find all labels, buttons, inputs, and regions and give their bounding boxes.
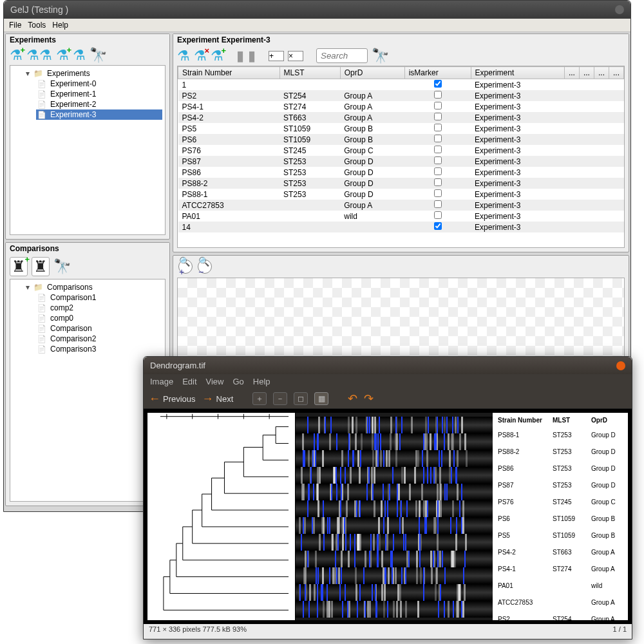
vmenu-help[interactable]: Help — [253, 377, 270, 386]
experiments-toolbar: ⚗+ ⚗⚗ ⚗+ ⚗ 🔭 — [6, 46, 169, 65]
marker-checkbox[interactable] — [434, 211, 442, 219]
marker-checkbox[interactable] — [434, 178, 442, 186]
menu-file[interactable]: File — [9, 21, 21, 30]
experiment-item[interactable]: Experiment-0 — [36, 79, 162, 89]
col-marker[interactable]: isMarker — [404, 67, 471, 79]
gray-tool1-icon[interactable]: ▮ — [236, 49, 244, 63]
vmenu-image[interactable]: Image — [150, 377, 173, 386]
add-flask-icon[interactable]: ⚗+ — [10, 48, 23, 62]
marker-checkbox[interactable] — [434, 200, 442, 208]
table-row[interactable]: PS4-2ST663Group AExperiment-3 — [178, 112, 624, 123]
viewer-titlebar[interactable]: Dendrogram.tif — [144, 357, 632, 374]
table-row[interactable]: PS86ST253Group DExperiment-3 — [178, 167, 624, 178]
rotate-right-icon[interactable]: ↷ — [364, 392, 374, 406]
gray-tool2-icon[interactable]: ▮ — [248, 49, 256, 63]
table-row[interactable]: PS6ST1059Group BExperiment-3 — [178, 134, 624, 145]
edit-flask3-icon[interactable]: ⚗ — [177, 49, 190, 63]
col-ex1[interactable]: ... — [564, 67, 579, 79]
table-row[interactable]: 1Experiment-3 — [178, 79, 624, 91]
table-row[interactable]: PS5ST1059Group BExperiment-3 — [178, 123, 624, 134]
binoculars-icon[interactable]: 🔭 — [90, 48, 107, 62]
marker-checkbox[interactable] — [434, 135, 442, 142]
zoom-in2-icon[interactable]: ＋ — [252, 392, 267, 405]
marker-checkbox[interactable] — [434, 113, 442, 120]
col-strain[interactable]: Strain Number — [178, 67, 280, 79]
menu-tools[interactable]: Tools — [28, 21, 46, 30]
vmenu-edit[interactable]: Edit — [182, 377, 196, 386]
dendrogram — [147, 413, 296, 620]
titlebar[interactable]: GelJ (Testing ) — [4, 1, 630, 19]
table-row[interactable]: PS87ST253Group DExperiment-3 — [178, 156, 624, 167]
vmenu-view[interactable]: View — [206, 377, 224, 386]
zoom-out2-icon[interactable]: － — [273, 392, 287, 405]
strain-table[interactable]: Strain Number MLST OprD isMarker Experim… — [177, 66, 625, 248]
comparison-item[interactable]: Comparison1 — [36, 292, 162, 303]
experiments-tree[interactable]: Experiments Experiment-0Experiment-1Expe… — [10, 65, 166, 235]
comparison-item[interactable]: comp0 — [36, 313, 162, 323]
table-row[interactable]: PA01wildExperiment-3 — [178, 211, 624, 222]
menu-help[interactable]: Help — [52, 21, 68, 30]
viewer-close-icon[interactable] — [616, 361, 625, 370]
col-exp[interactable]: Experiment — [471, 67, 564, 79]
table-row[interactable]: 14Experiment-3 — [178, 222, 624, 232]
col-mlst[interactable]: MLST — [279, 67, 340, 79]
add-rect-icon[interactable]: + — [269, 51, 284, 61]
add-flask3-icon[interactable]: ⚗+ — [211, 49, 223, 63]
search-input[interactable] — [316, 48, 368, 63]
experiment-item[interactable]: Experiment-2 — [36, 99, 162, 109]
col-ex2[interactable]: ... — [579, 67, 594, 79]
table-row[interactable]: PS88-2ST253Group DExperiment-3 — [178, 178, 624, 189]
add-flask2-icon[interactable]: ⚗+ — [56, 48, 69, 62]
table-row[interactable]: PS88-1ST253Group DExperiment-3 — [178, 189, 624, 200]
gel-lanes — [296, 413, 493, 620]
marker-checkbox[interactable] — [434, 146, 442, 153]
comparison-item[interactable]: Comparison2 — [36, 334, 162, 344]
comparison-item[interactable]: Comparison3 — [36, 344, 162, 354]
viewer-row: PS88-2ST253Group D — [498, 443, 623, 460]
viewer-row: PS87ST253Group D — [498, 477, 623, 493]
table-row[interactable]: PS2ST254Group AExperiment-3 — [178, 90, 624, 101]
experiment-item[interactable]: Experiment-1 — [36, 89, 162, 99]
viewer-row: PS86ST253Group D — [498, 460, 623, 477]
col-ex3[interactable]: ... — [594, 67, 609, 79]
experiments-title: Experiments — [6, 34, 169, 46]
delete-flask-icon[interactable]: ⚗× — [194, 49, 207, 63]
marker-checkbox[interactable] — [434, 156, 442, 164]
rotate-left-icon[interactable]: ↶ — [348, 392, 357, 406]
vmenu-go[interactable]: Go — [233, 377, 244, 386]
next-button[interactable]: →Next — [202, 392, 234, 406]
prev-button[interactable]: ←Previous — [149, 392, 196, 406]
fit1-icon[interactable]: ◻ — [294, 392, 308, 405]
add-dendro-icon[interactable]: ♜+ — [10, 257, 28, 276]
table-row[interactable]: PS76ST245Group CExperiment-3 — [178, 145, 624, 156]
experiments-root[interactable]: Experiments — [24, 68, 162, 79]
marker-checkbox[interactable] — [434, 167, 442, 175]
zoom-out-icon[interactable]: 🔍− — [198, 260, 212, 274]
del-rect-icon[interactable]: × — [288, 51, 303, 61]
comparisons-root[interactable]: Comparisons — [24, 282, 162, 292]
marker-checkbox[interactable] — [434, 222, 442, 230]
viewer-row: PS2ST254Group A — [498, 611, 623, 620]
experiment-item[interactable]: Experiment-3 — [36, 109, 162, 120]
col-ex4[interactable]: ... — [609, 67, 623, 79]
zoom-in-icon[interactable]: 🔍+ — [178, 260, 193, 274]
comparison-item[interactable]: comp2 — [36, 303, 162, 313]
marker-checkbox[interactable] — [434, 102, 442, 109]
comparison-item[interactable]: Comparison — [36, 323, 162, 334]
marker-checkbox[interactable] — [434, 91, 442, 99]
col-oprd[interactable]: OprD — [340, 67, 404, 79]
fit-grid-icon[interactable]: ▦ — [314, 392, 328, 405]
flask-group-icon[interactable]: ⚗⚗ — [26, 48, 52, 62]
edit-flask-icon[interactable]: ⚗ — [73, 48, 86, 62]
marker-checkbox[interactable] — [434, 189, 442, 197]
comparisons-tree[interactable]: Comparisons Comparison1comp2comp0Compari… — [10, 279, 166, 502]
binoculars3-icon[interactable]: 🔭 — [372, 49, 389, 63]
marker-checkbox[interactable] — [434, 80, 442, 88]
viewer-row: ATCC27853Group A — [498, 594, 623, 611]
close-icon[interactable] — [615, 5, 624, 14]
table-row[interactable]: ATCC27853Group AExperiment-3 — [178, 200, 624, 211]
marker-checkbox[interactable] — [434, 124, 442, 131]
binoculars2-icon[interactable]: 🔭 — [53, 260, 71, 274]
dendro-icon[interactable]: ♜ — [32, 257, 50, 276]
table-row[interactable]: PS4-1ST274Group AExperiment-3 — [178, 101, 624, 112]
